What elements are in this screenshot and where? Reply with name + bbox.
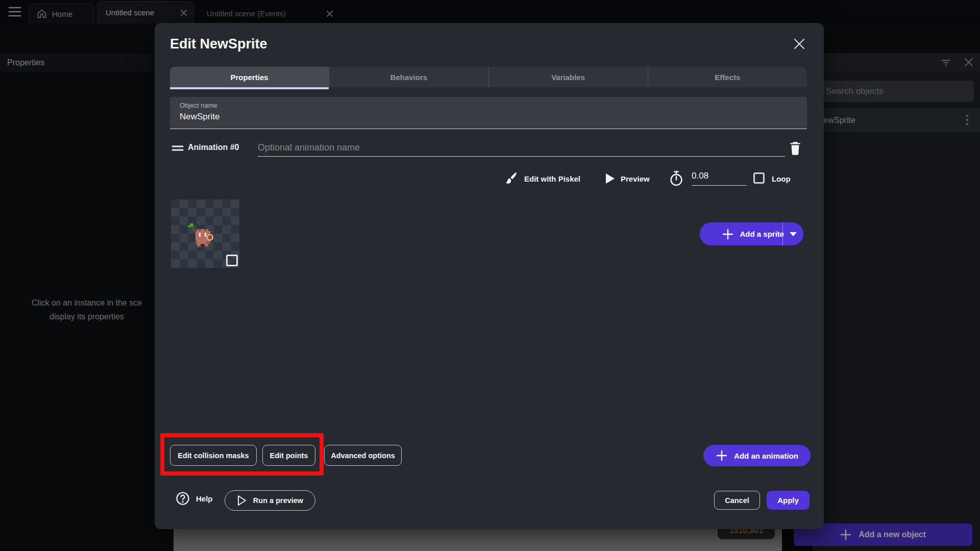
caret-down-icon: [790, 232, 797, 236]
delete-animation-icon[interactable]: [789, 141, 802, 155]
tab-variables[interactable]: Variables: [488, 67, 648, 87]
object-name-field[interactable]: Object name: [170, 97, 807, 129]
loop-label: Loop: [772, 174, 791, 183]
dialog-tab-bar: Properties Behaviors Variables Effects: [170, 67, 807, 87]
brush-icon[interactable]: [503, 171, 519, 186]
play-icon[interactable]: [604, 172, 616, 185]
object-name-field-label: Object name: [180, 102, 807, 109]
add-an-animation-button[interactable]: Add an animation: [703, 445, 811, 466]
help-button[interactable]: Help: [176, 491, 213, 506]
add-sprite-dropdown[interactable]: [782, 222, 803, 245]
object-name-input[interactable]: [180, 112, 792, 122]
annotation-highlight-rectangle: [160, 433, 324, 475]
frame-actions-row: Edit with Piskel Preview Loop: [155, 170, 824, 190]
drag-handle-icon[interactable]: [172, 144, 184, 153]
play-outline-icon: [237, 495, 247, 506]
close-dialog-icon[interactable]: [793, 37, 806, 51]
tab-properties[interactable]: Properties: [170, 67, 329, 87]
plus-icon: [722, 228, 734, 240]
add-a-sprite-main[interactable]: Add a sprite: [710, 222, 793, 245]
apply-button[interactable]: Apply: [767, 491, 810, 510]
add-animation-label: Add an animation: [734, 452, 798, 460]
animation-row: Animation #0: [155, 139, 824, 159]
animation-label: Animation #0: [188, 143, 239, 152]
sprite-frame-thumbnail[interactable]: [171, 199, 239, 268]
add-a-sprite-button[interactable]: Add a sprite: [700, 222, 803, 245]
stopwatch-icon: [669, 170, 684, 187]
frame-select-checkbox[interactable]: [226, 255, 238, 266]
sprite-pixel-art: [188, 223, 217, 249]
run-a-preview-button[interactable]: Run a preview: [225, 490, 315, 511]
advanced-options-button[interactable]: Advanced options: [324, 445, 402, 466]
time-between-frames-input[interactable]: [692, 171, 747, 186]
add-sprite-label: Add a sprite: [740, 230, 785, 238]
help-icon: [176, 491, 190, 506]
plus-icon: [716, 449, 728, 462]
cancel-button[interactable]: Cancel: [714, 491, 760, 510]
edit-with-piskel-button[interactable]: Edit with Piskel: [524, 174, 580, 183]
dialog-title: Edit NewSprite: [170, 36, 267, 52]
tab-effects[interactable]: Effects: [648, 67, 807, 87]
tab-behaviors[interactable]: Behaviors: [329, 67, 488, 87]
loop-checkbox[interactable]: [753, 172, 765, 184]
animation-name-input[interactable]: [258, 139, 785, 157]
preview-button[interactable]: Preview: [621, 174, 650, 183]
